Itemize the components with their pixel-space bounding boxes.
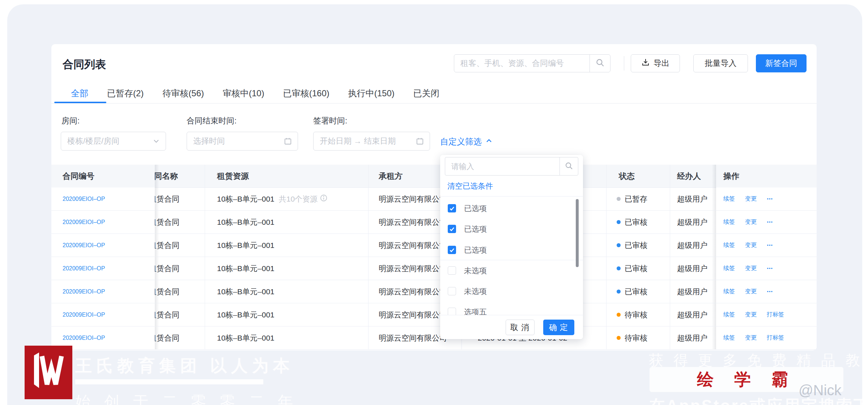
tab-1[interactable]: 已暂存(2) [107,83,144,103]
action-link-0[interactable]: 续签 [723,288,735,295]
end-time-filter-label: 合同结束时间: [187,115,237,126]
w-logo-icon [30,351,67,394]
contract-no-cell: 202009EIOI–OP [51,234,155,257]
watermark-line1: 王氏教育集团 以人为本 [75,355,294,377]
action-link-more[interactable]: ⋯ [767,219,773,225]
action-link-0[interactable]: 续签 [723,218,735,226]
action-link-2[interactable]: 打标签 [767,311,784,318]
end-time-picker[interactable]: 选择时间 [187,132,298,151]
popup-option[interactable]: 选项五 [440,301,583,315]
handler-cell: 超级用户 [677,280,707,303]
checkbox-icon[interactable] [448,225,456,233]
contract-no-link[interactable]: 202009EIOI–OP [63,196,105,202]
action-link-0[interactable]: 续签 [723,265,735,272]
room-select[interactable]: 楼栋/楼层/房间 [61,132,166,151]
popup-option-label: 已选项 [464,203,487,214]
checkbox-icon[interactable] [448,308,456,315]
new-contract-button[interactable]: 新签合同 [756,54,807,72]
actions-cell: 续签变更⋯ [716,257,817,280]
tenant-cell: 明源云空间有限公司 [379,303,447,326]
popup-option[interactable]: 未选项 [440,281,583,301]
custom-filter-link[interactable]: 自定义筛选 [440,136,493,147]
tab-5[interactable]: 执行中(150) [348,83,395,103]
contract-no-link[interactable]: 202009EIOI–OP [63,219,105,225]
status-cell: 待审核 [617,303,647,326]
confirm-button[interactable]: 确定 [543,320,574,335]
handler-cell: 超级用户 [677,303,707,326]
cancel-button[interactable]: 取消 [506,320,535,335]
header-divider [624,56,624,71]
tab-6[interactable]: 已关闭 [413,83,439,103]
checkbox-icon[interactable] [448,204,456,212]
action-link-1[interactable]: 变更 [745,218,757,226]
action-link-more[interactable]: ⋯ [767,265,773,272]
contract-no-link[interactable]: 202009EIOI–OP [63,335,105,341]
status-dot [617,220,621,224]
info-icon[interactable] [320,194,328,204]
search-input[interactable]: 租客、手机、资源、合同编号 [454,54,610,72]
col-header-resource: 租赁资源 [217,165,249,187]
contract-no-link[interactable]: 202009EIOI–OP [63,242,105,249]
action-link-1[interactable]: 变更 [745,288,757,295]
status-cell: 已审核 [617,211,647,233]
tab-0[interactable]: 全部 [71,83,88,103]
checkbox-icon[interactable] [448,287,456,295]
popup-scrollbar[interactable] [576,199,579,267]
table-row: 租赁合同 10栋–B单元–001 明源云空间有限公司 2020-01-01 至 … [51,234,817,257]
author-handle: @Nick [799,382,841,398]
resource-cell: 10栋–B单元–001 [217,257,275,280]
popup-search-button[interactable] [559,157,578,175]
status-label: 已暂存 [625,194,647,204]
action-link-0[interactable]: 续签 [723,241,735,249]
action-link-1[interactable]: 变更 [745,241,757,249]
watermark-bar [75,379,263,384]
action-link-1[interactable]: 变更 [745,265,757,272]
action-link-0[interactable]: 续签 [723,195,735,203]
status-cell: 已暂存 [617,187,647,210]
popup-option[interactable]: 未选项 [440,260,583,281]
resource-cell: 10栋–B单元–001 [217,303,275,326]
action-link-1[interactable]: 变更 [745,334,757,342]
popup-option[interactable]: 已选项 [440,240,583,260]
popup-option[interactable]: 已选项 [440,219,583,239]
action-link-0[interactable]: 续签 [723,334,735,342]
contract-no-link[interactable]: 202009EIOI–OP [63,312,105,318]
status-label: 待审核 [625,333,647,343]
tab-4[interactable]: 已审核(160) [283,83,329,103]
contract-no-cell: 202009EIOI–OP [51,187,155,210]
checkbox-icon[interactable] [448,246,456,254]
contract-no-link[interactable]: 202009EIOI–OP [63,265,105,272]
status-dot [617,197,621,201]
status-label: 已审核 [625,240,647,250]
action-link-1[interactable]: 变更 [745,311,757,318]
tab-2[interactable]: 待审核(56) [162,83,204,103]
action-link-2[interactable]: 打标签 [767,334,784,342]
clear-selected-link[interactable]: 清空已选条件 [447,181,493,191]
search-icon [565,161,573,172]
batch-import-button[interactable]: 批量导入 [693,54,748,72]
chevron-up-icon [485,137,493,147]
status-label: 已审核 [625,217,647,227]
contract-no-cell: 202009EIOI–OP [51,280,155,303]
actions-cell: 续签变更⋯ [716,211,817,233]
handler-cell: 超级用户 [677,234,707,257]
search-placeholder: 租客、手机、资源、合同编号 [454,58,590,69]
calendar-icon [284,137,292,145]
action-link-more[interactable]: ⋯ [767,195,773,202]
export-button[interactable]: 导出 [631,54,680,72]
contract-no-link[interactable]: 202009EIOI–OP [63,288,105,295]
action-link-more[interactable]: ⋯ [767,242,773,249]
status-cell: 已审核 [617,257,647,280]
checkbox-icon[interactable] [448,266,456,275]
sign-time-range-picker[interactable]: 开始日期 → 结束日期 [313,132,430,151]
tab-3[interactable]: 审核中(10) [223,83,264,103]
search-button[interactable] [590,55,610,72]
popup-option-label: 未选项 [464,286,487,296]
action-link-more[interactable]: ⋯ [767,288,773,295]
status-label: 已审核 [625,263,647,274]
popup-option[interactable]: 已选项 [440,198,583,219]
tab-bar: 全部已暂存(2)待审核(56)审核中(10)已审核(160)执行中(150)已关… [51,83,817,104]
action-link-1[interactable]: 变更 [745,195,757,203]
popup-search-input[interactable]: 请输入 [445,157,578,176]
action-link-0[interactable]: 续签 [723,311,735,318]
